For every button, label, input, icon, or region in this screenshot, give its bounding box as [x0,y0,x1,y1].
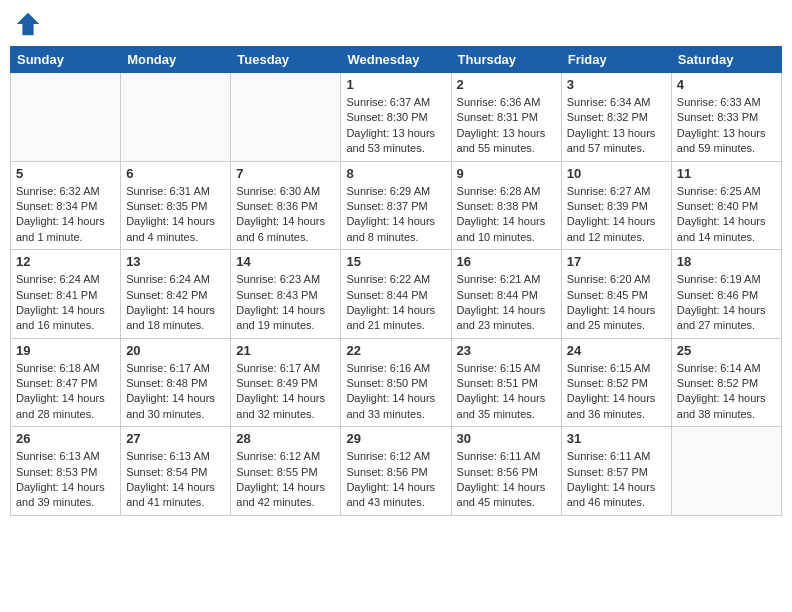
day-number: 10 [567,166,666,181]
calendar-day-cell: 21Sunrise: 6:17 AMSunset: 8:49 PMDayligh… [231,338,341,427]
day-number: 28 [236,431,335,446]
calendar-table: SundayMondayTuesdayWednesdayThursdayFrid… [10,46,782,516]
day-info: Sunrise: 6:11 AMSunset: 8:57 PMDaylight:… [567,449,666,511]
day-number: 8 [346,166,445,181]
day-info: Sunrise: 6:20 AMSunset: 8:45 PMDaylight:… [567,272,666,334]
day-info: Sunrise: 6:12 AMSunset: 8:56 PMDaylight:… [346,449,445,511]
calendar-day-cell: 10Sunrise: 6:27 AMSunset: 8:39 PMDayligh… [561,161,671,250]
day-info: Sunrise: 6:29 AMSunset: 8:37 PMDaylight:… [346,184,445,246]
calendar-day-header: Wednesday [341,47,451,73]
calendar-day-cell: 26Sunrise: 6:13 AMSunset: 8:53 PMDayligh… [11,427,121,516]
day-number: 4 [677,77,776,92]
day-number: 21 [236,343,335,358]
calendar-header-row: SundayMondayTuesdayWednesdayThursdayFrid… [11,47,782,73]
calendar-day-header: Monday [121,47,231,73]
day-info: Sunrise: 6:15 AMSunset: 8:51 PMDaylight:… [457,361,556,423]
day-info: Sunrise: 6:32 AMSunset: 8:34 PMDaylight:… [16,184,115,246]
day-info: Sunrise: 6:14 AMSunset: 8:52 PMDaylight:… [677,361,776,423]
day-info: Sunrise: 6:17 AMSunset: 8:48 PMDaylight:… [126,361,225,423]
calendar-day-header: Friday [561,47,671,73]
calendar-day-cell [121,73,231,162]
day-number: 18 [677,254,776,269]
calendar-day-cell: 4Sunrise: 6:33 AMSunset: 8:33 PMDaylight… [671,73,781,162]
calendar-day-cell: 7Sunrise: 6:30 AMSunset: 8:36 PMDaylight… [231,161,341,250]
svg-marker-0 [17,13,39,35]
calendar-day-header: Tuesday [231,47,341,73]
logo-icon [14,10,42,38]
calendar-day-cell: 9Sunrise: 6:28 AMSunset: 8:38 PMDaylight… [451,161,561,250]
day-info: Sunrise: 6:33 AMSunset: 8:33 PMDaylight:… [677,95,776,157]
calendar-day-header: Saturday [671,47,781,73]
calendar-day-cell: 18Sunrise: 6:19 AMSunset: 8:46 PMDayligh… [671,250,781,339]
day-number: 24 [567,343,666,358]
day-info: Sunrise: 6:27 AMSunset: 8:39 PMDaylight:… [567,184,666,246]
calendar-day-cell: 19Sunrise: 6:18 AMSunset: 8:47 PMDayligh… [11,338,121,427]
day-number: 15 [346,254,445,269]
calendar-day-cell: 28Sunrise: 6:12 AMSunset: 8:55 PMDayligh… [231,427,341,516]
day-info: Sunrise: 6:17 AMSunset: 8:49 PMDaylight:… [236,361,335,423]
calendar-day-cell: 31Sunrise: 6:11 AMSunset: 8:57 PMDayligh… [561,427,671,516]
calendar-week-row: 19Sunrise: 6:18 AMSunset: 8:47 PMDayligh… [11,338,782,427]
calendar-day-cell: 20Sunrise: 6:17 AMSunset: 8:48 PMDayligh… [121,338,231,427]
day-number: 13 [126,254,225,269]
day-number: 17 [567,254,666,269]
day-info: Sunrise: 6:15 AMSunset: 8:52 PMDaylight:… [567,361,666,423]
calendar-day-cell [231,73,341,162]
day-info: Sunrise: 6:21 AMSunset: 8:44 PMDaylight:… [457,272,556,334]
calendar-day-header: Thursday [451,47,561,73]
logo [14,10,46,38]
calendar-day-cell: 30Sunrise: 6:11 AMSunset: 8:56 PMDayligh… [451,427,561,516]
day-number: 30 [457,431,556,446]
day-number: 7 [236,166,335,181]
calendar-week-row: 1Sunrise: 6:37 AMSunset: 8:30 PMDaylight… [11,73,782,162]
day-info: Sunrise: 6:25 AMSunset: 8:40 PMDaylight:… [677,184,776,246]
calendar-day-cell: 1Sunrise: 6:37 AMSunset: 8:30 PMDaylight… [341,73,451,162]
day-info: Sunrise: 6:34 AMSunset: 8:32 PMDaylight:… [567,95,666,157]
calendar-week-row: 12Sunrise: 6:24 AMSunset: 8:41 PMDayligh… [11,250,782,339]
calendar-day-cell: 23Sunrise: 6:15 AMSunset: 8:51 PMDayligh… [451,338,561,427]
day-number: 25 [677,343,776,358]
day-number: 23 [457,343,556,358]
day-info: Sunrise: 6:24 AMSunset: 8:41 PMDaylight:… [16,272,115,334]
day-number: 19 [16,343,115,358]
day-info: Sunrise: 6:36 AMSunset: 8:31 PMDaylight:… [457,95,556,157]
day-number: 9 [457,166,556,181]
day-number: 16 [457,254,556,269]
day-info: Sunrise: 6:28 AMSunset: 8:38 PMDaylight:… [457,184,556,246]
day-info: Sunrise: 6:11 AMSunset: 8:56 PMDaylight:… [457,449,556,511]
calendar-day-cell: 27Sunrise: 6:13 AMSunset: 8:54 PMDayligh… [121,427,231,516]
calendar-week-row: 5Sunrise: 6:32 AMSunset: 8:34 PMDaylight… [11,161,782,250]
calendar-day-cell: 3Sunrise: 6:34 AMSunset: 8:32 PMDaylight… [561,73,671,162]
day-number: 27 [126,431,225,446]
page-header [10,10,782,38]
calendar-day-cell: 25Sunrise: 6:14 AMSunset: 8:52 PMDayligh… [671,338,781,427]
day-info: Sunrise: 6:23 AMSunset: 8:43 PMDaylight:… [236,272,335,334]
calendar-day-cell: 22Sunrise: 6:16 AMSunset: 8:50 PMDayligh… [341,338,451,427]
day-number: 31 [567,431,666,446]
day-number: 2 [457,77,556,92]
calendar-week-row: 26Sunrise: 6:13 AMSunset: 8:53 PMDayligh… [11,427,782,516]
day-number: 11 [677,166,776,181]
day-info: Sunrise: 6:19 AMSunset: 8:46 PMDaylight:… [677,272,776,334]
day-number: 5 [16,166,115,181]
calendar-day-cell: 17Sunrise: 6:20 AMSunset: 8:45 PMDayligh… [561,250,671,339]
day-number: 29 [346,431,445,446]
calendar-day-header: Sunday [11,47,121,73]
calendar-day-cell: 16Sunrise: 6:21 AMSunset: 8:44 PMDayligh… [451,250,561,339]
day-number: 26 [16,431,115,446]
calendar-day-cell: 2Sunrise: 6:36 AMSunset: 8:31 PMDaylight… [451,73,561,162]
day-info: Sunrise: 6:30 AMSunset: 8:36 PMDaylight:… [236,184,335,246]
day-number: 1 [346,77,445,92]
day-number: 22 [346,343,445,358]
calendar-day-cell: 24Sunrise: 6:15 AMSunset: 8:52 PMDayligh… [561,338,671,427]
calendar-day-cell: 13Sunrise: 6:24 AMSunset: 8:42 PMDayligh… [121,250,231,339]
day-info: Sunrise: 6:16 AMSunset: 8:50 PMDaylight:… [346,361,445,423]
day-info: Sunrise: 6:22 AMSunset: 8:44 PMDaylight:… [346,272,445,334]
day-info: Sunrise: 6:13 AMSunset: 8:53 PMDaylight:… [16,449,115,511]
calendar-day-cell: 6Sunrise: 6:31 AMSunset: 8:35 PMDaylight… [121,161,231,250]
day-number: 3 [567,77,666,92]
day-info: Sunrise: 6:12 AMSunset: 8:55 PMDaylight:… [236,449,335,511]
day-number: 14 [236,254,335,269]
day-number: 20 [126,343,225,358]
calendar-day-cell [671,427,781,516]
